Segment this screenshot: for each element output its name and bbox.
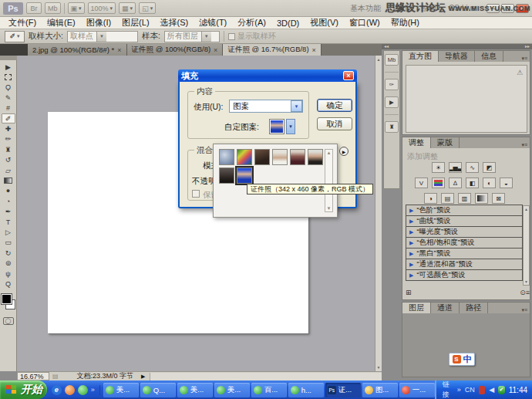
task-button-6[interactable]: h...: [288, 383, 324, 397]
tab-navigator[interactable]: 导航器: [439, 51, 475, 62]
selective-color-icon[interactable]: ⊠: [492, 193, 505, 204]
bridge-button[interactable]: Br: [26, 2, 42, 14]
tray-app-icon[interactable]: [479, 386, 486, 394]
photo-filter-icon[interactable]: ◐: [483, 178, 496, 188]
move-tool[interactable]: ▶: [2, 62, 15, 72]
scroll-up-icon[interactable]: ▲: [377, 57, 381, 62]
panel-menu-icon[interactable]: ▾≡: [521, 142, 530, 148]
path-selection-tool[interactable]: ▷: [2, 227, 15, 237]
hand-tool[interactable]: ψ: [2, 269, 15, 279]
panel-menu-icon[interactable]: ▾≡: [521, 56, 530, 62]
presets-scrollbar[interactable]: ▲ ▼: [523, 205, 530, 286]
menu-edit[interactable]: 编辑(E): [42, 17, 81, 29]
scroll-up-icon[interactable]: ▲: [524, 207, 528, 211]
horizontal-scrollbar[interactable]: [150, 373, 382, 380]
type-tool[interactable]: T: [2, 217, 15, 227]
close-tab-icon[interactable]: ×: [117, 46, 121, 54]
scroll-down-icon[interactable]: ▼: [327, 206, 332, 211]
task-button-3[interactable]: 美...: [177, 383, 213, 397]
quick-launch-more-icon[interactable]: »: [91, 386, 95, 394]
start-button[interactable]: 开始: [0, 380, 47, 399]
scroll-down-icon[interactable]: ▼: [524, 279, 528, 284]
posterize-icon[interactable]: ▤: [441, 193, 454, 204]
color-balance-icon[interactable]: ∆: [449, 178, 462, 188]
eyedropper-tool-selected[interactable]: ✐: [2, 113, 15, 123]
spot-healing-tool[interactable]: ✚: [2, 123, 15, 134]
tray-collapse-icon[interactable]: ◀: [489, 386, 494, 394]
ok-button[interactable]: 确定: [317, 99, 352, 112]
status-menu-arrow-icon[interactable]: ▶: [141, 374, 145, 380]
document-tab-2[interactable]: 证件照 @ 100%(RGB/8)×: [127, 44, 224, 56]
curves-icon[interactable]: ∿: [466, 162, 479, 173]
minibridge-button[interactable]: Mb: [45, 2, 61, 14]
links-more-icon[interactable]: »: [457, 386, 461, 394]
tab-adjustments[interactable]: 调整: [402, 137, 431, 148]
pattern-swatch-bubbles[interactable]: [219, 149, 234, 165]
pattern-swatch-id-photo-selected[interactable]: [237, 167, 252, 184]
channel-mixer-icon[interactable]: ◒: [500, 178, 513, 188]
menu-image[interactable]: 图像(I): [81, 17, 116, 29]
expander-icon[interactable]: ▶: [409, 208, 413, 214]
security-shield-icon[interactable]: ✔: [498, 386, 505, 394]
document-tab-1[interactable]: 2.jpg @ 100%(RGB/8#) *×: [28, 44, 127, 56]
menu-window[interactable]: 窗口(W): [344, 17, 386, 29]
lasso-tool[interactable]: Ϙ: [2, 83, 15, 93]
pattern-swatch-portrait-2[interactable]: [290, 149, 305, 165]
menu-filter[interactable]: 滤镜(T): [194, 17, 232, 29]
history-brush-tool[interactable]: ↺: [2, 155, 15, 165]
pattern-picker-arrow[interactable]: ▼: [286, 119, 295, 134]
gradient-map-icon[interactable]: [475, 193, 488, 204]
expand-panels-icon[interactable]: ▸▸: [525, 44, 530, 49]
sample-size-select[interactable]: 取样点▼: [67, 31, 138, 42]
brush-tool[interactable]: ✏: [2, 134, 15, 144]
tab-info[interactable]: 信息: [475, 51, 503, 62]
crop-tool[interactable]: #: [2, 103, 15, 113]
panel-menu-icon[interactable]: ▾≡: [521, 307, 530, 313]
preset-levels[interactable]: ▶“色阶”预设: [406, 205, 523, 216]
toolbox-header[interactable]: [0, 56, 17, 60]
preserve-transparency-checkbox[interactable]: [192, 190, 200, 198]
clone-source-panel-button[interactable]: ♜: [385, 121, 399, 133]
menu-layer[interactable]: 图层(L): [116, 17, 154, 29]
menu-view[interactable]: 视图(V): [305, 17, 344, 29]
close-tab-icon[interactable]: ×: [312, 46, 316, 54]
expander-icon[interactable]: ▶: [409, 218, 413, 225]
warning-icon[interactable]: ⚠: [517, 69, 523, 76]
tab-histogram[interactable]: 直方图: [402, 51, 439, 62]
pattern-swatch-dark-texture[interactable]: [254, 149, 270, 165]
marquee-tool[interactable]: [2, 72, 15, 82]
pattern-swatch-portrait-4[interactable]: [219, 167, 234, 184]
clone-stamp-tool[interactable]: ♜: [2, 144, 15, 154]
task-button-1[interactable]: 美...: [103, 383, 139, 397]
expanded-view-icon[interactable]: ⊞: [406, 289, 412, 299]
scroll-down-icon[interactable]: ▼: [377, 365, 381, 370]
pen-tool[interactable]: ✒: [2, 206, 15, 216]
menu-help[interactable]: 帮助(H): [386, 17, 425, 29]
task-button-2[interactable]: Q...: [140, 383, 176, 397]
zoom-level-dropdown[interactable]: 100%▾: [88, 2, 116, 14]
foreground-color-swatch[interactable]: [2, 294, 12, 304]
vibrance-icon[interactable]: V: [415, 178, 428, 188]
dodge-tool[interactable]: ◔: [2, 196, 15, 206]
zoom-percentage-field[interactable]: 16.67%: [17, 372, 49, 380]
preset-hue-saturation[interactable]: ▶“色相/饱和度”预设: [406, 237, 523, 249]
language-indicator[interactable]: CN: [465, 386, 475, 394]
cancel-button[interactable]: 取消: [317, 117, 352, 130]
invert-icon[interactable]: ◑: [424, 193, 437, 204]
menu-3d[interactable]: 3D(D): [271, 19, 305, 28]
browser-icon[interactable]: [65, 385, 75, 395]
show-sampling-ring-option[interactable]: 显示取样环: [228, 31, 276, 42]
3d-rotate-tool[interactable]: ↻: [2, 248, 15, 258]
task-button-5[interactable]: 百...: [251, 383, 287, 397]
hue-saturation-icon[interactable]: [432, 178, 445, 188]
preset-selective-color[interactable]: ▶“可选颜色”预设: [406, 269, 523, 281]
green-app-icon[interactable]: [78, 385, 88, 395]
expander-icon[interactable]: ▶: [409, 262, 413, 268]
preset-channel-mixer[interactable]: ▶“通道混和器”预设: [406, 259, 523, 270]
fill-dialog-titlebar[interactable]: 填充 ×: [178, 69, 357, 82]
quick-mask-button[interactable]: ◯: [3, 317, 14, 325]
expander-icon[interactable]: ▶: [409, 240, 413, 246]
tab-layers[interactable]: 图层: [402, 303, 431, 313]
zoom-tool[interactable]: Q: [2, 279, 15, 289]
mini-bridge-panel-button[interactable]: Mb: [385, 54, 399, 66]
